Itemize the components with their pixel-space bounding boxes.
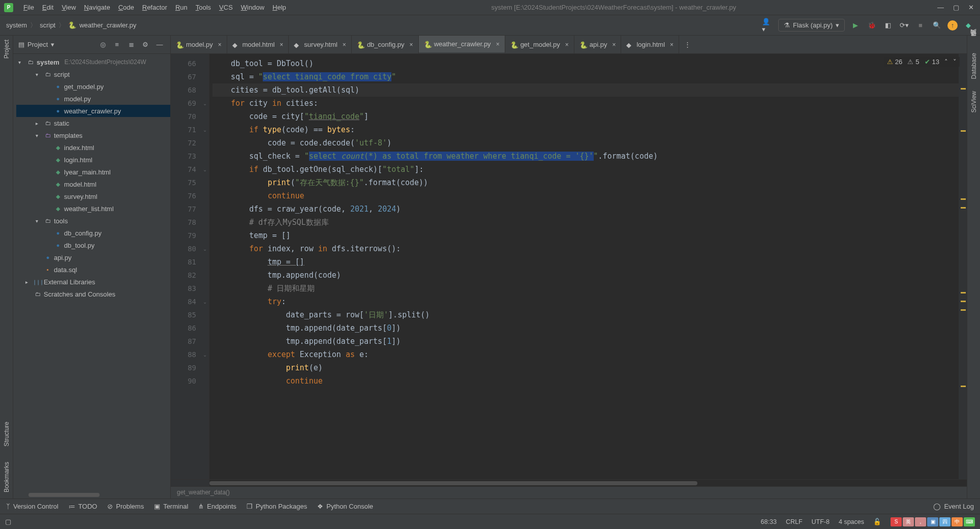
close-icon[interactable]: × [565,41,569,48]
coverage-button[interactable]: ◧ [882,20,894,31]
tool-tab-database[interactable]: Database [970,53,977,79]
project-tree[interactable]: ▾🗀systemE:\2024StudentProjects\024W▾🗀scr… [13,54,170,491]
editor-tab[interactable]: 🐍model.py× [171,36,227,53]
minimize-button[interactable]: — [937,4,944,11]
editor-horizontal-scrollbar[interactable] [171,479,967,486]
assistant-icon[interactable]: ◆ [963,20,974,31]
search-icon[interactable]: 🔍 [931,20,942,31]
line-separator[interactable]: CRLF [786,518,803,525]
tree-item[interactable]: ▾🗀script [16,68,170,80]
menu-file[interactable]: File [19,2,38,13]
close-button[interactable]: ✕ [968,4,974,11]
code-area[interactable]: db_tool = DbTool() sql = "select tianqi_… [209,54,959,479]
menu-window[interactable]: Window [237,2,268,13]
vertical-scrollbar[interactable] [959,54,967,479]
tree-item[interactable]: model.html [16,178,170,190]
tree-item[interactable]: ▾🗀templates [16,129,170,141]
locate-icon[interactable]: ◎ [97,39,108,50]
tool-windows-icon[interactable]: ▢ [5,518,11,525]
menu-help[interactable]: Help [268,2,290,13]
close-icon[interactable]: × [280,41,283,48]
tool-tab-sciview[interactable]: SciView [970,91,977,112]
tree-item[interactable]: ▸🗀static [16,117,170,129]
menu-view[interactable]: View [57,2,80,13]
tabs-more[interactable]: ⋮ [679,36,696,53]
editor-tab[interactable]: 🐍weather_crawler.py× [419,36,505,53]
maximize-button[interactable]: ▢ [953,4,959,11]
hide-icon[interactable]: — [154,39,165,50]
chevron-down-icon[interactable]: ▾ [51,41,54,48]
tool-todo[interactable]: ≔TODO [69,503,97,510]
expand-all-icon[interactable]: ≡ [111,39,122,50]
menu-run[interactable]: Run [171,2,192,13]
horizontal-scrollbar[interactable] [13,491,170,498]
run-config-selector[interactable]: ⚗ Flask (api.py) ▾ [778,19,845,32]
breadcrumb-item[interactable]: weather_crawler.py [79,21,136,29]
breadcrumb-item[interactable]: script [40,21,55,29]
menu-tools[interactable]: Tools [192,2,215,13]
indent-setting[interactable]: 4 spaces [839,518,864,525]
tool-tab-bookmarks[interactable]: Bookmarks [3,462,10,492]
editor[interactable]: 6667686970717273747576777879808182838485… [171,54,967,479]
tree-root[interactable]: ▾🗀systemE:\2024StudentProjects\024W [16,56,170,68]
tree-item[interactable]: api.py [16,251,170,263]
tree-item[interactable]: login.html [16,154,170,166]
editor-tab[interactable]: 🐍api.py× [574,36,622,53]
menu-edit[interactable]: Edit [38,2,57,13]
editor-tab[interactable]: 🐍db_config.py× [352,36,419,53]
tree-item[interactable]: data.sql [16,263,170,276]
tree-item[interactable]: ▸External Libraries [16,276,170,288]
menu-code[interactable]: Code [114,2,138,13]
close-icon[interactable]: × [670,41,673,48]
collapse-all-icon[interactable]: ≣ [126,39,137,50]
tool-problems[interactable]: ⊘Problems [107,503,144,510]
tree-item[interactable]: weather_list.html [16,202,170,215]
tool-tab-structure[interactable]: Structure [3,422,10,447]
tree-item[interactable]: weather_crawler.py [16,105,170,117]
fold-gutter[interactable]: ⌄⌄⌄⌄⌄⌄ [200,54,209,479]
close-icon[interactable]: × [612,41,616,48]
menu-refactor[interactable]: Refactor [138,2,171,13]
close-icon[interactable]: × [218,41,222,48]
inspection-widget[interactable]: ⚠26 ⚠5 ✔13 ˄ ˅ [884,57,960,67]
settings-icon[interactable]: ⚙ [140,39,151,50]
ide-updates-icon[interactable]: ↑ [947,20,958,31]
readonly-icon[interactable]: 🔓 [873,518,881,525]
menu-vcs[interactable]: VCS [215,2,237,13]
event-log[interactable]: ◯Event Log [933,503,974,510]
tree-item[interactable]: index.html [16,141,170,154]
ime-indicator[interactable]: S英,▣四中⌨ [891,517,975,526]
tree-item[interactable]: lyear_main.html [16,166,170,178]
close-icon[interactable]: × [410,41,413,48]
tree-item[interactable]: db_config.py [16,227,170,239]
line-gutter[interactable]: 6667686970717273747576777879808182838485… [171,54,200,479]
editor-tab[interactable]: ◆model.html× [227,36,289,53]
tree-item[interactable]: db_tool.py [16,239,170,251]
close-icon[interactable]: × [496,41,500,48]
next-highlight-icon[interactable]: ˅ [953,58,957,66]
tool-version-control[interactable]: ᛉVersion Control [6,503,58,510]
editor-tab[interactable]: 🐍get_model.py× [505,36,574,53]
add-user-icon[interactable]: 👤▾ [762,20,773,31]
editor-tab[interactable]: ◆survey.html× [289,36,352,53]
tool-terminal[interactable]: ▣Terminal [154,503,188,510]
prev-highlight-icon[interactable]: ˄ [944,58,948,66]
profile-button[interactable]: ⟳▾ [899,20,910,31]
editor-breadcrumb[interactable]: get_weather_data() [171,486,967,498]
tree-item[interactable]: survey.html [16,190,170,202]
breadcrumb-item[interactable]: system [6,21,27,29]
tree-item[interactable]: ▾🗀tools [16,215,170,227]
tool-tab-project[interactable]: Project [3,40,10,58]
stop-button[interactable]: ■ [915,20,926,31]
editor-tab[interactable]: ◆login.html× [621,36,679,53]
caret-position[interactable]: 68:33 [761,518,777,525]
close-icon[interactable]: × [343,41,346,48]
file-encoding[interactable]: UTF-8 [812,518,830,525]
tree-item[interactable]: 🗀Scratches and Consoles [16,288,170,300]
tool-python-packages[interactable]: ❒Python Packages [247,503,307,510]
debug-button[interactable]: 🐞 [866,20,877,31]
menu-navigate[interactable]: Navigate [80,2,114,13]
tool-endpoints[interactable]: ⋔Endpoints [198,503,236,510]
tree-item[interactable]: model.py [16,93,170,105]
project-label[interactable]: Project [27,41,48,48]
